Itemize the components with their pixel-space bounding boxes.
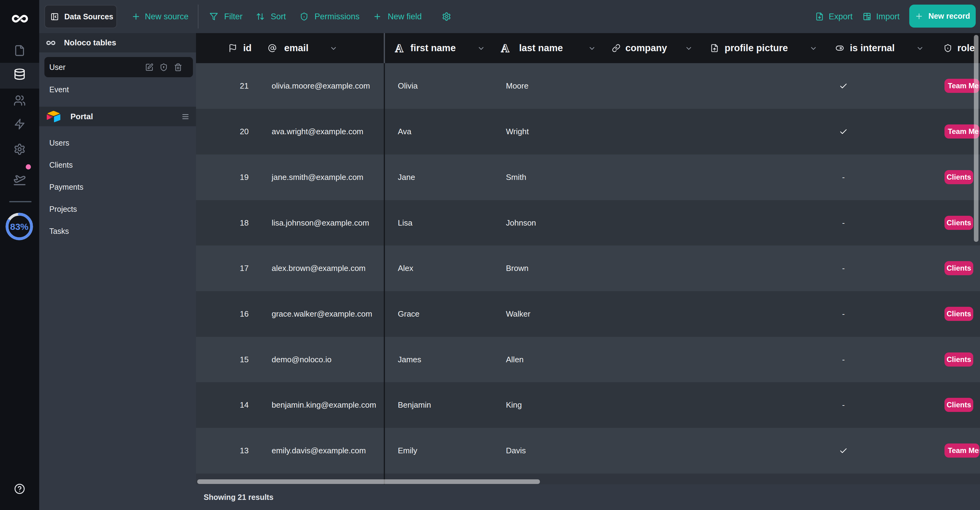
svg-text:83%: 83% <box>10 222 29 232</box>
